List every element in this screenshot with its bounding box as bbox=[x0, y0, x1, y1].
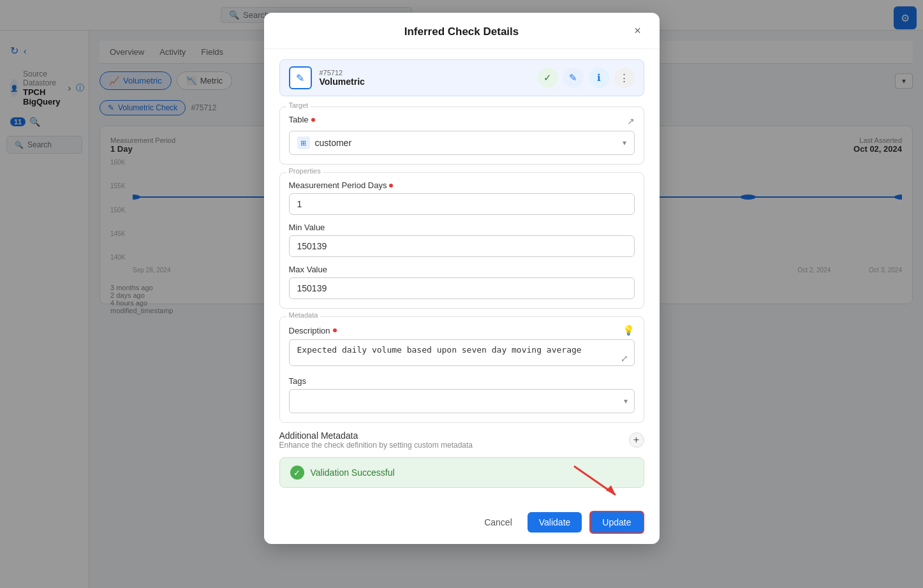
modal-dialog: Inferred Check Details × ✎ #75712 Volume… bbox=[264, 13, 660, 544]
description-input[interactable]: Expected daily volume based upon seven d… bbox=[289, 339, 635, 366]
check-name: Volumetric bbox=[320, 77, 530, 87]
max-value-field: Max Value bbox=[289, 265, 635, 299]
close-button[interactable]: × bbox=[629, 22, 647, 40]
modal-body: ✎ #75712 Volumetric ✓ ✎ ℹ ⋮ Target Table bbox=[264, 49, 660, 503]
table-icon: ⊞ bbox=[297, 136, 310, 149]
update-button[interactable]: Update bbox=[589, 511, 644, 534]
properties-field-group: Properties Measurement Period Days Min V… bbox=[279, 172, 644, 309]
table-select[interactable]: ⊞ customer ▾ bbox=[289, 131, 635, 155]
description-wrapper: Expected daily volume based upon seven d… bbox=[289, 339, 635, 369]
min-value-field: Min Value bbox=[289, 223, 635, 257]
check-info-text: #75712 Volumetric bbox=[320, 69, 530, 87]
expand-icon[interactable]: ⤢ bbox=[621, 353, 628, 364]
tags-select[interactable]: ▾ bbox=[289, 389, 635, 413]
check-type-icon: ✎ bbox=[289, 66, 312, 89]
check-info-bar: ✎ #75712 Volumetric ✓ ✎ ℹ ⋮ bbox=[279, 59, 644, 96]
check-actions: ✓ ✎ ℹ ⋮ bbox=[538, 68, 635, 88]
additional-metadata: Additional Metadata Enhance the check de… bbox=[279, 430, 644, 450]
volumetric-check-icon: ✎ bbox=[296, 72, 304, 84]
description-field: Description 💡 Expected daily volume base… bbox=[289, 325, 635, 369]
modal-header: Inferred Check Details × bbox=[264, 13, 660, 49]
table-field: Table ↗ ⊞ customer ▾ bbox=[289, 115, 635, 155]
measurement-period-input[interactable] bbox=[289, 193, 635, 215]
modal-footer: Cancel Validate Update bbox=[264, 503, 660, 544]
target-section-label: Target bbox=[286, 101, 311, 109]
min-value-input[interactable] bbox=[289, 235, 635, 257]
validation-text: Validation Successful bbox=[311, 467, 395, 478]
more-button[interactable]: ⋮ bbox=[614, 68, 635, 88]
additional-metadata-desc: Enhance the check definition by setting … bbox=[279, 441, 473, 450]
max-value-label: Max Value bbox=[289, 265, 635, 274]
description-label: Description 💡 bbox=[289, 325, 635, 336]
approve-button[interactable]: ✓ bbox=[538, 68, 558, 88]
external-link-icon[interactable]: ↗ bbox=[627, 116, 635, 126]
chevron-down-icon-tags: ▾ bbox=[624, 397, 628, 406]
check-id: #75712 bbox=[320, 69, 530, 77]
validation-bar: ✓ Validation Successful bbox=[279, 457, 644, 488]
tags-value bbox=[297, 395, 626, 408]
measurement-period-field: Measurement Period Days bbox=[289, 180, 635, 215]
cancel-button[interactable]: Cancel bbox=[476, 512, 520, 533]
tags-label: Tags bbox=[289, 376, 635, 386]
properties-section-label: Properties bbox=[286, 167, 323, 175]
info-button[interactable]: ℹ bbox=[589, 68, 609, 88]
edit-button[interactable]: ✎ bbox=[563, 68, 584, 88]
required-indicator-desc bbox=[333, 328, 337, 332]
target-field-group: Target Table ↗ ⊞ customer ▾ bbox=[279, 107, 644, 165]
additional-metadata-title: Additional Metadata bbox=[279, 430, 473, 441]
validate-button[interactable]: Validate bbox=[528, 512, 582, 533]
modal-title: Inferred Check Details bbox=[404, 26, 519, 38]
metadata-section-label: Metadata bbox=[286, 311, 321, 319]
measurement-period-label: Measurement Period Days bbox=[289, 180, 635, 190]
min-value-label: Min Value bbox=[289, 223, 635, 232]
table-label: Table bbox=[289, 115, 315, 124]
table-select-value: customer bbox=[315, 138, 617, 148]
required-indicator-period bbox=[389, 184, 393, 187]
metadata-field-group: Metadata Description 💡 Expected daily vo… bbox=[279, 316, 644, 423]
lightbulb-icon: 💡 bbox=[623, 325, 635, 336]
chevron-down-icon: ▾ bbox=[623, 138, 626, 147]
required-indicator bbox=[311, 118, 315, 122]
max-value-input[interactable] bbox=[289, 277, 635, 299]
tags-field: Tags ▾ bbox=[289, 376, 635, 413]
validation-success-icon: ✓ bbox=[290, 466, 304, 480]
add-metadata-button[interactable]: + bbox=[629, 432, 644, 448]
